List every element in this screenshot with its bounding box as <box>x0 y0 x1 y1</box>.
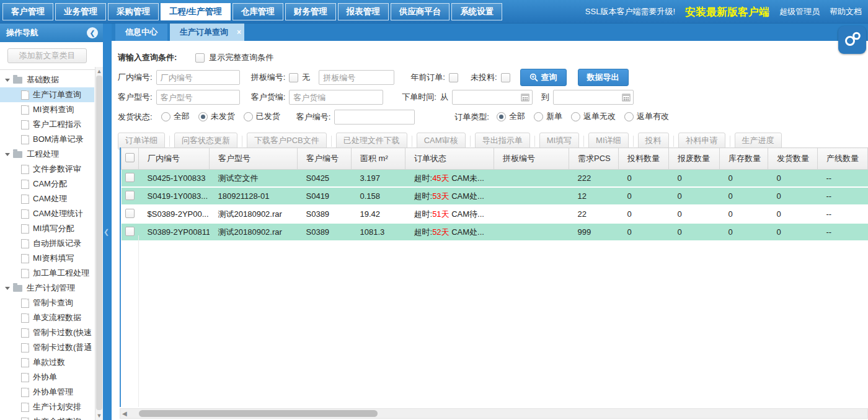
table-row[interactable]: S0389-2YP00811测试20180902.rarS03891081.3超… <box>122 223 868 241</box>
sidebar-scrollbar-thumb[interactable] <box>96 76 102 410</box>
tree-item-单支流程数据[interactable]: 单支流程数据 <box>0 310 94 325</box>
tree-item-基础数据[interactable]: 基础数据 <box>0 72 94 87</box>
ship-status-option-已发货[interactable]: 已发货 <box>244 111 280 122</box>
scroll-up-icon[interactable]: ▲ <box>95 68 103 74</box>
row-checkbox[interactable] <box>125 209 135 218</box>
chevron-left-circle-icon[interactable]: ❮ <box>87 27 98 38</box>
tree-item-外协单管理[interactable]: 外协单管理 <box>0 385 94 400</box>
order-type-option-返单无改[interactable]: 返单无改 <box>571 111 616 122</box>
topnav-tab-采购管理[interactable]: 采购管理 <box>108 3 159 20</box>
tree-item-MI填写分配[interactable]: MI填写分配 <box>0 221 94 236</box>
not-fed-checkbox[interactable] <box>501 73 510 82</box>
table-row[interactable]: S0419-1Y0083...180921128-01S04190.158超时:… <box>122 187 868 205</box>
scroll-down-icon[interactable]: ▼ <box>95 413 103 419</box>
install-client-link[interactable]: 安装最新版客户端 <box>685 5 769 19</box>
topnav-tab-客户管理[interactable]: 客户管理 <box>2 3 53 20</box>
customer-code-input[interactable] <box>289 90 383 105</box>
search-button[interactable]: 查询 <box>520 69 567 86</box>
topnav-tab-供应商平台[interactable]: 供应商平台 <box>391 3 450 20</box>
topnav-tab-业务管理[interactable]: 业务管理 <box>55 3 106 20</box>
pre-year-checkbox[interactable] <box>449 73 458 82</box>
customer-model-input[interactable] <box>156 90 240 105</box>
show-full-conditions-checkbox[interactable] <box>195 53 205 63</box>
content-tab-信息中心[interactable]: 信息中心 <box>115 24 167 41</box>
column-header-发货数量[interactable]: 发货数量 <box>768 148 818 170</box>
table-row[interactable]: $S0389-2YP00...测试20180902.rarS038919.42超… <box>122 205 868 223</box>
close-icon[interactable]: × <box>237 24 241 41</box>
row-checkbox[interactable] <box>125 227 135 236</box>
help-link[interactable]: 帮助文档 <box>830 6 862 17</box>
column-header-客户编号[interactable]: 客户编号 <box>298 148 352 170</box>
factory-no-input[interactable] <box>156 70 240 85</box>
radio-icon <box>198 112 208 121</box>
tree-item-生产订单查询[interactable]: 生产订单查询 <box>0 87 94 102</box>
column-header-厂内编号[interactable]: 厂内编号 <box>139 148 210 170</box>
tree-item-管制卡过数(快速[interactable]: 管制卡过数(快速 <box>0 325 94 340</box>
tree-item-外协单[interactable]: 外协单 <box>0 370 94 385</box>
order-type-option-新单[interactable]: 新单 <box>534 111 562 122</box>
ship-status-option-全部[interactable]: 全部 <box>161 111 190 122</box>
sidebar-scrollbar[interactable]: ▲ ▼ <box>95 67 103 420</box>
column-header-需求PCS[interactable]: 需求PCS <box>569 148 619 170</box>
contact-widget-button[interactable] <box>838 26 866 54</box>
calendar-icon[interactable] <box>622 93 631 102</box>
column-header-拼板编号[interactable]: 拼板编号 <box>494 148 569 170</box>
tree-item-BOM清单记录[interactable]: BOM清单记录 <box>0 132 94 147</box>
add-category-button[interactable]: 添加新文章类目 <box>7 48 87 63</box>
topnav-tab-财务管理[interactable]: 财务管理 <box>285 3 336 20</box>
tree-item-生产命书查询[interactable]: 生产命书查询 <box>0 414 94 420</box>
tree-item-管制卡过数(普通[interactable]: 管制卡过数(普通 <box>0 340 94 355</box>
order-type-option-全部[interactable]: 全部 <box>497 111 525 122</box>
tree-item-生产计划安排[interactable]: 生产计划安排 <box>0 400 94 414</box>
topnav-tab-工程/生产管理[interactable]: 工程/生产管理 <box>161 3 231 20</box>
tree-item-客户工程指示[interactable]: 客户工程指示 <box>0 117 94 132</box>
column-header-订单状态[interactable]: 订单状态 <box>405 148 494 170</box>
tree-item-管制卡查询[interactable]: 管制卡查询 <box>0 295 94 310</box>
tree-item-CAM处理[interactable]: CAM处理 <box>0 191 94 206</box>
ship-status-option-未发货[interactable]: 未发货 <box>198 111 235 122</box>
order-type-option-返单有改[interactable]: 返单有改 <box>624 111 669 122</box>
splitter-collapse-icon[interactable]: ❮ <box>104 228 109 236</box>
tree-item-自动拼版记录[interactable]: 自动拼版记录 <box>0 236 94 251</box>
query-prompt: 请输入查询条件: <box>118 52 177 63</box>
cell-pcs: 22 <box>569 205 619 223</box>
customer-no-input[interactable] <box>334 110 415 125</box>
tree-item-工程处理[interactable]: 工程处理 <box>0 147 94 162</box>
tree-item-MI资料填写[interactable]: MI资料填写 <box>0 251 94 266</box>
caret-down-icon[interactable] <box>5 153 10 156</box>
tree-item-加工单工程处理[interactable]: 加工单工程处理 <box>0 266 94 281</box>
column-header-面积 m²[interactable]: 面积 m² <box>352 148 405 170</box>
tree-item-文件参数评审[interactable]: 文件参数评审 <box>0 162 94 177</box>
horizontal-scrollbar-thumb[interactable] <box>139 410 378 417</box>
column-header-投料数量[interactable]: 投料数量 <box>619 148 669 170</box>
panel-no-input[interactable] <box>319 70 394 85</box>
topnav-tab-报表管理[interactable]: 报表管理 <box>338 3 389 20</box>
status-overdue-days: 51天 <box>432 209 449 219</box>
date-to-wrap <box>553 90 634 105</box>
tree-item-生产计划管理[interactable]: 生产计划管理 <box>0 281 94 295</box>
pane-splitter[interactable]: ❮ <box>103 24 112 420</box>
column-header-产线数量[interactable]: 产线数量 <box>818 148 868 170</box>
content-tab-生产订单查询[interactable]: 生产订单查询× <box>170 24 244 41</box>
tree-item-单款过数[interactable]: 单款过数 <box>0 355 94 370</box>
column-header-库存数量[interactable]: 库存数量 <box>720 148 768 170</box>
select-all-checkbox[interactable] <box>125 153 135 162</box>
column-header-报废数量[interactable]: 报废数量 <box>669 148 720 170</box>
panel-none-checkbox[interactable] <box>289 73 298 82</box>
horizontal-scrollbar[interactable]: ◀ <box>120 408 868 419</box>
data-export-button[interactable]: 数据导出 <box>578 69 629 86</box>
topnav-tab-仓库管理[interactable]: 仓库管理 <box>232 3 283 20</box>
row-checkbox[interactable] <box>125 191 135 200</box>
row-checkbox[interactable] <box>125 173 135 182</box>
calendar-icon[interactable] <box>521 93 529 102</box>
scroll-left-icon[interactable]: ◀ <box>122 410 127 417</box>
caret-down-icon[interactable] <box>5 287 10 290</box>
current-user[interactable]: 超级管理员 <box>779 6 820 17</box>
caret-down-icon[interactable] <box>5 79 10 82</box>
tree-item-CAM分配[interactable]: CAM分配 <box>0 177 94 191</box>
table-row[interactable]: S0425-1Y00833测试空文件S04253.197超时:45天 CAM未.… <box>122 170 868 188</box>
tree-item-MI资料查询[interactable]: MI资料查询 <box>0 102 94 117</box>
topnav-tab-系统设置[interactable]: 系统设置 <box>451 3 502 20</box>
tree-item-CAM处理统计[interactable]: CAM处理统计 <box>0 206 94 221</box>
column-header-客户型号[interactable]: 客户型号 <box>210 148 298 170</box>
